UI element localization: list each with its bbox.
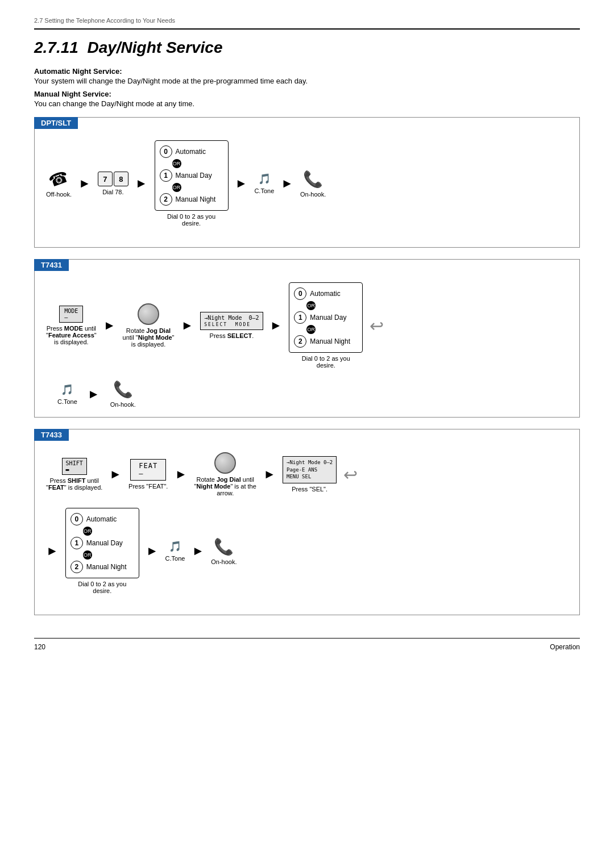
t7433-sel-caption: Press "SEL". (292, 486, 327, 493)
t7433-dial-row-0: 0 Automatic (70, 513, 132, 525)
or-badge-2: OR (172, 183, 181, 192)
intro-block: Automatic Night Service: Your system wil… (34, 67, 580, 108)
t7433-dial-label-1: Manual Day (86, 539, 123, 547)
auto-night-text: Your system will change the Day/Night mo… (34, 77, 580, 85)
t7433-return-arrow: ↩ (343, 465, 358, 485)
feat-btn: FEAT— (130, 459, 166, 481)
section-divider (34, 28, 580, 30)
t7431-ctone-caption: C.Tone (57, 398, 77, 405)
t7433-lcd-display: →Night Mode 0–2Page-E ANSMENU SEL (283, 456, 337, 483)
t7433-dial-box: 0 Automatic OR 1 Manual Day OR 2 Manual … (65, 508, 139, 578)
t7431-or-badge-1: OR (306, 301, 316, 310)
onhook-icon: 📞 (303, 170, 323, 189)
t7431-arrow4: ► (88, 387, 100, 402)
t7433-feat: FEAT— Press "FEAT". (128, 459, 168, 490)
dpt-dial-row-2: 2 Manual Night (160, 193, 221, 206)
t7433-arrow6: ► (192, 544, 204, 558)
t7431-dial-key-1: 1 (294, 311, 306, 324)
t7433-feat-caption: Press "FEAT". (128, 483, 168, 490)
t7433-dial-options: 0 Automatic OR 1 Manual Day OR 2 Manual … (65, 508, 139, 594)
t7431-mode-caption: Press MODE until"Feature Access"is displ… (46, 325, 97, 345)
t7433-or-badge-1: OR (83, 527, 92, 536)
t7431-dial-key-0: 0 (294, 287, 306, 300)
t7433-step-row: SHIFT▬ Press SHIFT until"FEAT" is displa… (46, 452, 568, 496)
page-number: 120 (34, 643, 45, 651)
dpt-slt-header: DPT/SLT (34, 117, 78, 129)
t7431-dial-row-0: 0 Automatic (294, 287, 355, 300)
dpt-ctone: 🎵 C.Tone (254, 173, 274, 194)
jog-dial-icon (138, 303, 159, 325)
dial-key-0: 0 (160, 145, 172, 158)
ctone-icon: 🎵 (258, 173, 271, 185)
dpt-dial-caption: Dial 0 to 2 as you desire. (160, 213, 223, 227)
breadcrumb: 2.7 Setting the Telephone According to Y… (34, 17, 580, 24)
t7431-dial-label-0: Automatic (310, 290, 340, 298)
t7431-dial-caption: Dial 0 to 2 as you desire. (294, 355, 357, 369)
auto-night-label: Automatic Night Service: (34, 67, 580, 76)
arrow1: ► (78, 176, 91, 191)
dpt-offhook: ☎ Off-hook. (46, 170, 72, 198)
shift-btn: SHIFT▬ (62, 458, 87, 475)
dpt-dial-row-1: 1 Manual Day (160, 169, 221, 182)
manual-night-label: Manual Night Service: (34, 90, 580, 98)
dpt-dial-options: 0 Automatic OR 1 Manual Day OR 2 Manual … (155, 140, 229, 227)
or-badge-1: OR (172, 159, 181, 168)
t7431-jog: Rotate Jog Dialuntil "Night Mode"is disp… (123, 303, 175, 348)
t7431-onhook-icon: 📞 (113, 380, 133, 399)
t7433-step-row2: ► 0 Automatic OR 1 Manual Day OR 2 Ma (46, 508, 568, 594)
page-title: 2.7.11 Day/Night Service (34, 39, 580, 57)
t7433-onhook-caption: On-hook. (211, 558, 237, 565)
t7431-mode: MODE— Press MODE until"Feature Access"is… (46, 306, 97, 345)
t7431-dial-label-2: Manual Night (310, 337, 350, 345)
dpt-dial78-caption: Dial 78. (102, 189, 123, 195)
lcd-display: →Night Mode 0–2SELECT MODE (200, 312, 263, 330)
t7433-dial-label-2: Manual Night (86, 563, 127, 571)
t7433-jog: Rotate Jog Dial until"Night Mode" is at … (194, 452, 256, 496)
mode-btn: MODE— (59, 306, 83, 323)
t7433-arrow3: ► (263, 467, 276, 482)
dial-label-1: Manual Day (176, 172, 212, 180)
t7431-dial-options: 0 Automatic OR 1 Manual Day OR 2 Manual … (289, 282, 363, 369)
t7433-jog-dial-icon (214, 452, 236, 474)
t7433-shift-caption: Press SHIFT until"FEAT" is displayed. (46, 477, 102, 491)
t7431-dial-row-2: 2 Manual Night (294, 335, 355, 348)
dpt-onhook: 📞 On-hook. (300, 170, 326, 198)
key-8: 8 (114, 172, 128, 186)
dpt-slt-panel: DPT/SLT ☎ Off-hook. ► 7 8 Dial 78. ► (34, 117, 580, 248)
dpt-onhook-caption: On-hook. (300, 191, 326, 198)
t7433-arrow1: ► (109, 467, 122, 482)
t7431-arrow2: ► (181, 318, 193, 333)
t7431-onhook: 📞 On-hook. (110, 380, 136, 408)
t7431-ctone-icon: 🎵 (61, 383, 73, 396)
dial-key-2: 2 (160, 193, 172, 206)
t7431-sub-row: 🎵 C.Tone ► 📞 On-hook. (57, 380, 568, 408)
t7431-arrow1: ► (103, 318, 116, 333)
t7433-ctone-caption: C.Tone (165, 555, 185, 562)
dial-label-2: Manual Night (176, 195, 216, 203)
manual-night-text: You can change the Day/Night mode at any… (34, 99, 580, 108)
t7433-panel: T7433 SHIFT▬ Press SHIFT until"FEAT" is … (34, 429, 580, 615)
t7433-dial-row-2: 2 Manual Night (70, 561, 132, 573)
t7433-dial-caption: Dial 0 to 2 as you desire. (71, 581, 134, 594)
key-7: 7 (98, 172, 113, 186)
t7433-onhook-icon: 📞 (214, 537, 234, 556)
t7433-dial-row-1: 1 Manual Day (70, 537, 132, 549)
t7431-onhook-caption: On-hook. (110, 401, 136, 408)
t7433-dial-key-1: 1 (70, 537, 83, 549)
t7433-ctone-icon: 🎵 (169, 540, 181, 553)
dpt-dial-box: 0 Automatic OR 1 Manual Day OR 2 Manual … (155, 140, 229, 211)
t7431-panel: T7431 MODE— Press MODE until"Feature Acc… (34, 259, 580, 418)
dial-label-0: Automatic (176, 148, 206, 156)
t7431-dial-box: 0 Automatic OR 1 Manual Day OR 2 Manual … (289, 282, 363, 353)
t7433-dial-key-2: 2 (70, 561, 83, 573)
t7431-header: T7431 (34, 259, 69, 271)
t7431-step-row: MODE— Press MODE until"Feature Access"is… (46, 282, 568, 369)
arrow3: ► (235, 176, 248, 191)
offhook-icon: ☎ (46, 167, 71, 191)
dpt-step-row: ☎ Off-hook. ► 7 8 Dial 78. ► 0 Automatic (46, 140, 568, 227)
page-footer: 120 Operation (34, 638, 580, 651)
arrow4: ► (281, 176, 293, 191)
dpt-ctone-caption: C.Tone (254, 187, 274, 194)
dpt-dial78: 7 8 Dial 78. (98, 172, 128, 195)
t7433-or-badge-2: OR (83, 550, 92, 560)
